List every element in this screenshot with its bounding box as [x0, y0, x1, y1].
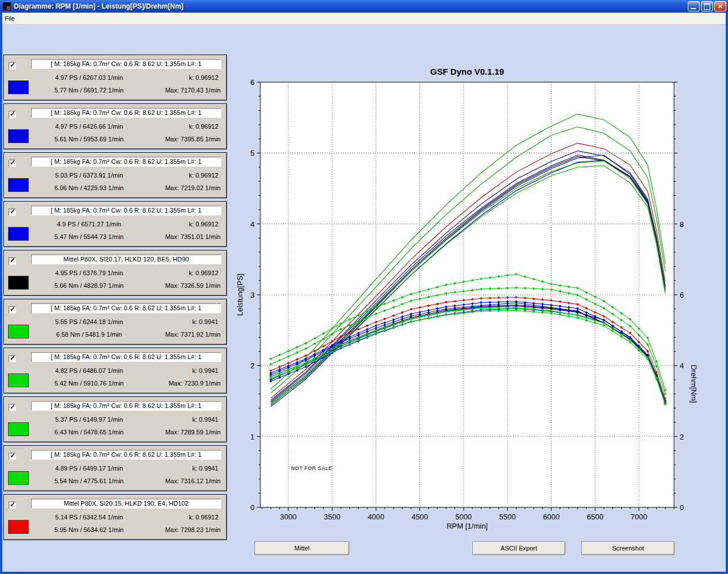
svg-text:5: 5	[251, 149, 255, 157]
window-border-left	[0, 13, 2, 574]
run-max-stat: Max: 7351.01 1/min	[165, 233, 221, 240]
window-controls	[688, 1, 726, 11]
run-color-swatch	[8, 520, 29, 534]
window-border-bottom	[0, 572, 728, 574]
run-color-swatch	[8, 178, 29, 192]
svg-text:1: 1	[251, 433, 255, 441]
run-color-swatch	[8, 373, 29, 387]
titlebar[interactable]: Diagramme: RPM [1/min] - Leistung[PS]/Dr…	[0, 0, 728, 13]
dyno-run-entry: [ M: 185kg FA: 0.7m² Cw: 0.6 R: 8.62 U: …	[3, 152, 227, 198]
run-header-field[interactable]: [ M: 185kg FA: 0.7m² Cw: 0.6 R: 8.62 U: …	[31, 303, 221, 313]
run-k-stat: k: 0.9941	[192, 416, 218, 423]
run-max-stat: Max: 7289.59 1/min	[165, 429, 221, 436]
run-visible-checkbox[interactable]	[9, 453, 16, 460]
checkmark-icon	[10, 61, 16, 69]
screenshot-button[interactable]: Screenshot	[581, 541, 675, 555]
y-axis-label-right: Drehm[Nm]	[690, 365, 698, 403]
run-color-swatch	[8, 227, 29, 241]
dyno-run-entry: Mittel P80X, SI20.15, HLKD 190, E4, HD10…	[3, 494, 227, 540]
run-header-field[interactable]: [ M: 185kg FA: 0.7m² Cw: 0.6 R: 8.62 U: …	[31, 157, 221, 167]
checkmark-icon	[10, 354, 16, 362]
run-max-stat: Max: 7316.12 1/min	[165, 477, 221, 484]
mittel-button[interactable]: Mittel	[255, 541, 349, 555]
window-title: Diagramme: RPM [1/min] - Leistung[PS]/Dr…	[14, 2, 183, 10]
svg-text:3: 3	[251, 291, 255, 299]
run-ps-stat: 5.55 PS / 6244.18 1/min	[27, 318, 151, 325]
run-ps-stat: 4.95 PS / 6376.79 1/min	[27, 269, 151, 276]
checkmark-icon	[10, 256, 16, 264]
dyno-run-entry: [ M: 185kg FA: 0.7m² Cw: 0.6 R: 8.62 U: …	[3, 103, 227, 149]
run-header-field[interactable]: [ M: 185kg FA: 0.7m² Cw: 0.6 R: 8.62 U: …	[31, 108, 221, 118]
run-k-stat: k: 0.96912	[189, 514, 218, 521]
chart-title: GSF Dyno V0.1.19	[430, 67, 504, 76]
run-visible-checkbox[interactable]	[9, 257, 16, 265]
close-button[interactable]	[714, 1, 726, 11]
dyno-run-entry: [ M: 185kg FA: 0.7m² Cw: 0.6 R: 8.62 U: …	[3, 396, 227, 442]
run-max-stat: Max: 7219.02 1/min	[165, 184, 221, 191]
window-border-right	[726, 13, 728, 574]
run-nm-stat: 5.42 Nm / 5910.76 1/min	[27, 380, 151, 387]
run-header-field[interactable]: Mittel P80X, SI20.17, HLKD 120, BE5, HD9…	[31, 255, 221, 264]
ascii-export-button[interactable]: ASCII Export	[472, 541, 565, 555]
run-nm-stat: 5.61 Nm / 5953.69 1/min	[27, 136, 151, 142]
run-k-stat: k: 0.9941	[192, 465, 218, 472]
run-visible-checkbox[interactable]	[9, 355, 16, 363]
run-color-swatch	[8, 422, 29, 436]
run-visible-checkbox[interactable]	[9, 502, 16, 509]
run-k-stat: k: 0.96912	[189, 221, 218, 228]
app-icon	[3, 2, 11, 10]
legend-panel: [ M: 185kg FA: 0.7m² Cw: 0.6 R: 8.62 U: …	[3, 55, 229, 543]
run-k-stat: k: 0.96912	[189, 269, 218, 276]
dyno-run-entry: Mittel P80X, SI20.17, HLKD 120, BE5, HD9…	[3, 250, 227, 296]
run-header-field[interactable]: [ M: 185kg FA: 0.7m² Cw: 0.6 R: 8.62 U: …	[31, 450, 221, 460]
x-axis-label: RPM [1/min]	[446, 522, 488, 530]
minimize-button[interactable]	[688, 1, 700, 11]
svg-text:7000: 7000	[631, 513, 648, 521]
run-header-field[interactable]: [ M: 185kg FA: 0.7m² Cw: 0.6 R: 8.62 U: …	[31, 352, 221, 362]
run-color-swatch	[8, 80, 29, 94]
run-nm-stat: 5.54 Nm / 4775.61 1/min	[27, 477, 151, 484]
checkmark-icon	[10, 500, 16, 508]
checkmark-icon	[10, 305, 16, 313]
dyno-run-entry: [ M: 185kg FA: 0.7m² Cw: 0.6 R: 8.62 U: …	[3, 201, 227, 247]
svg-text:4: 4	[251, 220, 255, 229]
run-header-field[interactable]: [ M: 185kg FA: 0.7m² Cw: 0.6 R: 8.62 U: …	[31, 401, 221, 411]
run-ps-stat: 5.37 PS / 6149.97 1/min	[27, 416, 151, 423]
run-header-field[interactable]: [ M: 185kg FA: 0.7m² Cw: 0.6 R: 8.62 U: …	[31, 206, 221, 215]
checkmark-icon	[10, 110, 16, 118]
run-nm-stat: 5.66 Nm / 4828.97 1/min	[27, 282, 151, 289]
run-visible-checkbox[interactable]	[9, 111, 16, 118]
run-color-swatch	[8, 325, 29, 338]
checkmark-icon	[10, 159, 16, 167]
run-color-swatch	[8, 276, 29, 290]
checkmark-icon	[10, 452, 16, 460]
run-header-field[interactable]: [ M: 185kg FA: 0.7m² Cw: 0.6 R: 8.62 U: …	[31, 59, 221, 69]
maximize-button[interactable]	[701, 1, 713, 11]
svg-text:NOT FOR SALE: NOT FOR SALE	[291, 465, 332, 471]
y-axis-label-left: Leistung[PS]	[236, 273, 244, 316]
checkmark-icon	[10, 403, 16, 411]
menu-item-file[interactable]: File	[0, 13, 20, 24]
app-window: Diagramme: RPM [1/min] - Leistung[PS]/Dr…	[0, 0, 728, 574]
run-nm-stat: 6.58 Nm / 5481.9 1/min	[27, 331, 151, 338]
run-max-stat: Max: 7395.85 1/min	[165, 136, 221, 142]
run-visible-checkbox[interactable]	[9, 160, 16, 167]
run-visible-checkbox[interactable]	[9, 62, 16, 70]
checkmark-icon	[10, 207, 16, 215]
run-nm-stat: 6.06 Nm / 4229.93 1/min	[27, 184, 151, 191]
svg-text:6: 6	[680, 291, 684, 299]
run-visible-checkbox[interactable]	[9, 209, 16, 216]
run-ps-stat: 4.89 PS / 6499.17 1/min	[27, 465, 151, 472]
run-ps-stat: 4.9 PS / 6571.27 1/min	[27, 221, 151, 228]
run-visible-checkbox[interactable]	[9, 404, 16, 411]
run-visible-checkbox[interactable]	[9, 306, 16, 314]
run-ps-stat: 5.03 PS / 6373.91 1/min	[27, 172, 151, 179]
svg-text:6500: 6500	[587, 513, 603, 521]
run-ps-stat: 4.82 PS / 6486.07 1/min	[27, 367, 151, 374]
dyno-run-entry: [ M: 185kg FA: 0.7m² Cw: 0.6 R: 8.62 U: …	[3, 55, 227, 101]
run-max-stat: Max: 7326.59 1/min	[165, 282, 221, 289]
run-nm-stat: 5.47 Nm / 5544.73 1/min	[27, 233, 151, 240]
svg-text:8: 8	[680, 220, 684, 229]
menubar: File	[0, 13, 728, 25]
run-header-field[interactable]: Mittel P80X, SI20.15, HLKD 190, E4, HD10…	[31, 499, 221, 508]
